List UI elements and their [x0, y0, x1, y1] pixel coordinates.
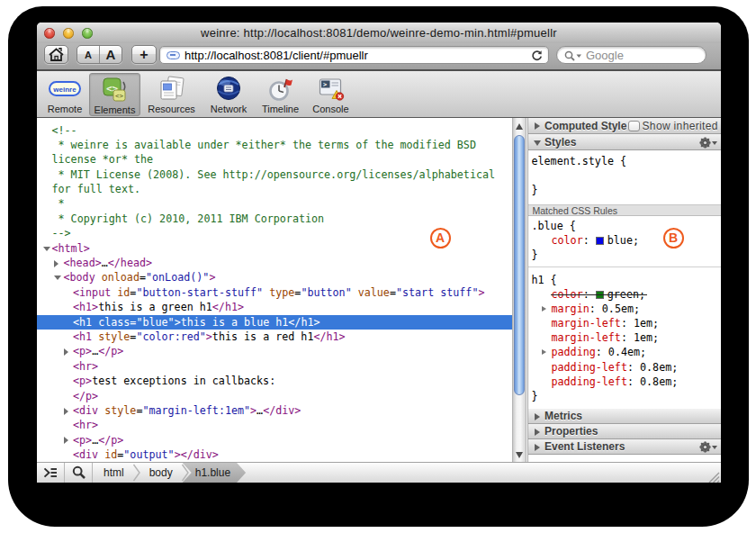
text-smaller-button[interactable]: A [77, 46, 100, 63]
breadcrumb-item-html[interactable]: html [97, 463, 130, 483]
reload-icon[interactable] [531, 50, 543, 62]
timeline-icon [267, 76, 294, 103]
css-declaration-line[interactable]: margin-left: 1em; [532, 316, 722, 330]
dom-tree-row[interactable]: <hr> [37, 359, 512, 374]
search-field[interactable]: Google [556, 46, 706, 64]
svg-text:>: > [323, 81, 327, 88]
collapsed-triangle-icon[interactable] [64, 408, 68, 415]
metrics-title: Metrics [544, 409, 582, 424]
dom-tree-row[interactable]: * [37, 196, 512, 211]
properties-header[interactable]: Properties [528, 424, 722, 439]
styles-gear-icon[interactable] [699, 137, 711, 149]
expand-shorthand-triangle-icon[interactable] [542, 349, 546, 355]
home-button[interactable] [44, 45, 68, 64]
search-magnifier-icon[interactable] [564, 50, 584, 61]
scrollbar-up-arrow[interactable] [513, 123, 526, 130]
css-declaration-line[interactable]: } [532, 389, 722, 403]
dom-tree-row[interactable]: <head>…</head> [37, 256, 512, 270]
dom-tree-row[interactable]: for full text. [37, 182, 512, 196]
expanded-triangle-icon[interactable] [43, 247, 50, 251]
close-window-button[interactable] [44, 28, 55, 39]
toolbar-item-elements[interactable]: <> <> Elements [89, 73, 140, 116]
css-declaration-line[interactable]: margin-left: 1em; [532, 330, 722, 345]
collapsed-triangle-icon[interactable] [64, 437, 68, 444]
dom-tree-row[interactable]: <p>…</p> [37, 344, 512, 358]
show-inherited-checkbox[interactable] [628, 121, 640, 131]
dom-tree-row[interactable]: <div style="margin-left:1em">…</div> [37, 403, 512, 418]
css-declaration-line[interactable]: margin: 0.5em; [532, 302, 722, 316]
css-declaration-line[interactable]: } [532, 183, 722, 197]
computed-style-header[interactable]: Computed Style Show inherited [528, 118, 722, 134]
css-declaration-line[interactable]: color: blue; [532, 233, 722, 248]
css-declaration-line[interactable]: padding-left: 0.8em; [532, 375, 722, 389]
css-declaration-line[interactable] [532, 168, 722, 183]
window-titlebar[interactable]: weinre: http://localhost:8081/demo/weinr… [37, 23, 721, 43]
dom-tree-row[interactable]: * MIT License (2008). See http://opensou… [37, 167, 512, 182]
element-style-rule[interactable]: element.style {} [528, 150, 722, 204]
properties-triangle-icon [535, 429, 540, 436]
dom-tree-row[interactable]: <hr> [37, 418, 512, 432]
css-declaration-line[interactable]: element.style { [532, 154, 722, 168]
metrics-header[interactable]: Metrics [528, 409, 722, 424]
scrollbar-down-arrow[interactable] [513, 452, 526, 458]
dom-tree-row[interactable]: license *or* the [37, 152, 512, 167]
css-declaration-line[interactable]: color: green; [532, 287, 722, 302]
blue-css-rule[interactable]: .blue {color: blue;} [528, 216, 722, 267]
dom-tree-row[interactable]: <p>test exceptions in callbacks: [37, 374, 512, 388]
toolbar-item-timeline[interactable]: Timeline [255, 73, 306, 116]
zoom-window-button[interactable] [82, 28, 93, 39]
show-inherited-label: Show inherited [643, 118, 718, 134]
svg-text:weinre: weinre [52, 86, 76, 94]
styles-header[interactable]: Styles [528, 134, 722, 150]
color-swatch[interactable] [596, 237, 604, 245]
expanded-triangle-icon[interactable] [54, 276, 61, 280]
scrollbar-thumb[interactable] [514, 135, 526, 395]
expanded-triangle-icon [534, 140, 541, 149]
dom-tree-row-selected[interactable]: <h1 class="blue">this is a blue h1</h1> [37, 315, 512, 330]
css-declaration-line[interactable]: padding-left: 0.8em; [532, 360, 722, 375]
expand-shorthand-triangle-icon[interactable] [542, 306, 546, 312]
dom-tree-row[interactable]: <body onload="onLoad()"> [37, 270, 512, 285]
minimize-window-button[interactable] [63, 28, 74, 39]
event-listeners-header[interactable]: Event Listeners [528, 439, 722, 455]
toolbar-label-network: Network [203, 103, 254, 115]
dom-tree-row[interactable]: <!-- [37, 123, 512, 138]
dom-tree-row[interactable]: <div id="output"></div> [37, 447, 512, 462]
breadcrumb-item-h1.blue[interactable]: h1.blue [183, 463, 246, 483]
strikethrough-line [551, 294, 648, 295]
css-declaration-line[interactable]: h1 { [532, 273, 722, 287]
dom-tree-row[interactable]: <h1 style="color:red">this is a red h1</… [37, 330, 512, 344]
dom-tree-row[interactable]: </p> [37, 389, 512, 403]
toolbar-label-elements: Elements [90, 104, 140, 116]
dom-tree-row[interactable]: <input id="button-start-stuff" type="but… [37, 285, 512, 300]
dom-tree-panel[interactable]: <!-- * weinre is available under *either… [37, 118, 512, 462]
status-separator-2 [92, 463, 93, 483]
new-tab-label: + [140, 47, 148, 62]
toolbar-item-console[interactable]: > Console [306, 73, 356, 116]
css-declaration-line[interactable]: } [532, 248, 722, 262]
toolbar-item-resources[interactable]: Resources [142, 73, 201, 116]
inspect-magnifier-icon[interactable] [72, 465, 86, 480]
text-larger-button[interactable]: A [100, 46, 122, 63]
address-bar[interactable]: http://localhost:8081/client/#pmuellr [159, 46, 549, 64]
dom-tree-row[interactable]: * weinre is available under *either* the… [37, 138, 512, 152]
vertical-scrollbar[interactable] [512, 118, 526, 462]
console-toggle-icon[interactable] [43, 465, 58, 480]
dom-tree-row[interactable]: * Copyright (c) 2010, 2011 IBM Corporati… [37, 212, 512, 226]
h1-css-rule[interactable]: h1 {color: green;margin: 0.5em;margin-le… [528, 267, 722, 409]
toolbar-item-remote[interactable]: weinre Remote [40, 73, 89, 116]
remote-icon: weinre [51, 76, 78, 103]
breadcrumb-item-body[interactable]: body [143, 463, 179, 483]
collapsed-triangle-icon[interactable] [54, 260, 58, 267]
network-icon [215, 76, 242, 103]
collapsed-triangle-icon[interactable] [64, 348, 68, 356]
address-url: http://localhost:8081/client/#pmuellr [184, 47, 368, 64]
new-tab-button[interactable]: + [131, 45, 157, 64]
dom-tree-row[interactable]: <h1>this is a green h1</h1> [37, 300, 512, 314]
resize-grip-icon[interactable] [707, 471, 720, 483]
event-listeners-gear-icon[interactable] [699, 441, 711, 453]
css-declaration-line[interactable]: .blue { [532, 219, 722, 233]
dom-tree-row[interactable]: <p>…</p> [37, 433, 512, 447]
toolbar-item-network[interactable]: Network [203, 73, 254, 116]
css-declaration-line[interactable]: padding: 0.4em; [532, 345, 722, 359]
